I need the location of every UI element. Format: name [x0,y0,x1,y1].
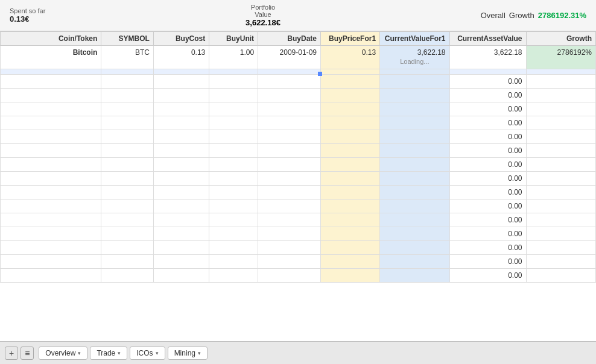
portfolio-value: 3,622.18€ [246,18,281,27]
empty-cell [258,227,321,241]
table-container: Coin/Token SYMBOL BuyCost BuyUnit BuyDat… [0,31,596,341]
col-header-assetval[interactable]: CurrentAssetValue [449,32,526,46]
bitcoin-buycost[interactable]: 0.13 [153,46,209,69]
add-button[interactable]: + [5,347,18,360]
empty-cell: 0.00 [449,269,526,283]
empty-cell [320,89,379,102]
tab-trade[interactable]: Trade▾ [90,347,127,360]
empty-cell [258,199,321,213]
empty-cell [258,116,321,130]
empty-cell: 0.00 [449,199,526,213]
empty-cell [153,102,209,116]
empty-cell [526,75,596,89]
table-row[interactable]: 0.00 [1,199,596,213]
empty-cell [1,172,101,186]
empty-cell [258,75,321,89]
overall-growth: Overall Growth 2786192.31% [481,11,586,20]
empty-cell [1,186,101,199]
empty-cell [320,116,379,130]
table-row[interactable]: 0.00 [1,269,596,283]
empty-cell [380,227,449,241]
table-row[interactable]: 0.00 [1,75,596,89]
empty-cell [526,102,596,116]
empty-symbol-sel [101,69,154,75]
menu-button[interactable]: ≡ [21,347,34,360]
empty-cell [209,269,258,283]
empty-cell [153,172,209,186]
empty-cell [209,75,258,89]
empty-cell [101,199,154,213]
empty-cell [320,75,379,89]
tab-overview[interactable]: Overview▾ [39,347,87,360]
bitcoin-curval[interactable]: 3,622.18 Loading... [380,46,449,69]
empty-cell [320,269,379,283]
empty-cell: 0.00 [449,255,526,269]
empty-cell [153,213,209,227]
col-header-curval[interactable]: CurrentValueFor1 [380,32,449,46]
empty-cell [380,241,449,255]
empty-cell [320,172,379,186]
col-header-buydate[interactable]: BuyDate [258,32,321,46]
empty-cell [380,144,449,158]
empty-cell [101,89,154,102]
table-row[interactable]: 0.00 [1,130,596,144]
table-row[interactable]: 0.00 [1,255,596,269]
empty-cell: 0.00 [449,227,526,241]
table-row[interactable]: 0.00 [1,172,596,186]
overall-label: Overall [481,11,506,20]
bitcoin-assetval[interactable]: 3,622.18 [449,46,526,69]
empty-cell [526,255,596,269]
bitcoin-symbol[interactable]: BTC [101,46,154,69]
empty-cell [153,89,209,102]
empty-assetval-sel [449,69,526,75]
table-row[interactable]: 0.00 [1,241,596,255]
empty-cell [526,130,596,144]
empty-cell [526,172,596,186]
empty-cell [526,213,596,227]
empty-cell [380,186,449,199]
bitcoin-row[interactable]: Bitcoin BTC 0.13 1.00 2009-01-09 0.13 3,… [1,46,596,69]
table-row[interactable]: 0.00 [1,102,596,116]
table-header-row: Coin/Token SYMBOL BuyCost BuyUnit BuyDat… [1,32,596,46]
col-header-buyunit[interactable]: BuyUnit [209,32,258,46]
empty-cell [380,199,449,213]
tab-mining[interactable]: Mining▾ [168,347,208,360]
resize-handle[interactable] [318,72,322,76]
empty-cell [153,269,209,283]
col-header-coin[interactable]: Coin/Token [1,32,101,46]
empty-cell: 0.00 [449,102,526,116]
empty-cell [320,130,379,144]
table-row[interactable]: 0.00 [1,213,596,227]
col-header-buyprice[interactable]: BuyPriceFor1 [320,32,379,46]
table-row[interactable]: 0.00 [1,89,596,102]
empty-cell [380,158,449,172]
col-header-growth[interactable]: Growth [526,32,596,46]
empty-cell [526,227,596,241]
bitcoin-buyprice[interactable]: 0.13 [320,46,379,69]
empty-cell [320,213,379,227]
bitcoin-coin[interactable]: Bitcoin [1,46,101,69]
empty-cell [101,116,154,130]
col-header-buycost[interactable]: BuyCost [153,32,209,46]
table-row[interactable]: 0.00 [1,227,596,241]
table-row[interactable]: 0.00 [1,158,596,172]
bitcoin-buyunit[interactable]: 1.00 [209,46,258,69]
selected-empty-row[interactable] [1,69,596,75]
empty-cell [209,172,258,186]
empty-cell [209,241,258,255]
table-row[interactable]: 0.00 [1,144,596,158]
empty-cell [209,255,258,269]
tab-icos[interactable]: ICOs▾ [130,347,165,360]
empty-cell [320,186,379,199]
col-header-symbol[interactable]: SYMBOL [101,32,154,46]
empty-cell [1,255,101,269]
bitcoin-buydate[interactable]: 2009-01-09 [258,46,321,69]
empty-cell [320,227,379,241]
spent-value: 0.13€ [10,14,30,24]
empty-cell [1,158,101,172]
empty-cell [1,144,101,158]
table-row[interactable]: 0.00 [1,116,596,130]
empty-cell: 0.00 [449,172,526,186]
bitcoin-growth[interactable]: 2786192% [526,46,596,69]
table-row[interactable]: 0.00 [1,186,596,199]
